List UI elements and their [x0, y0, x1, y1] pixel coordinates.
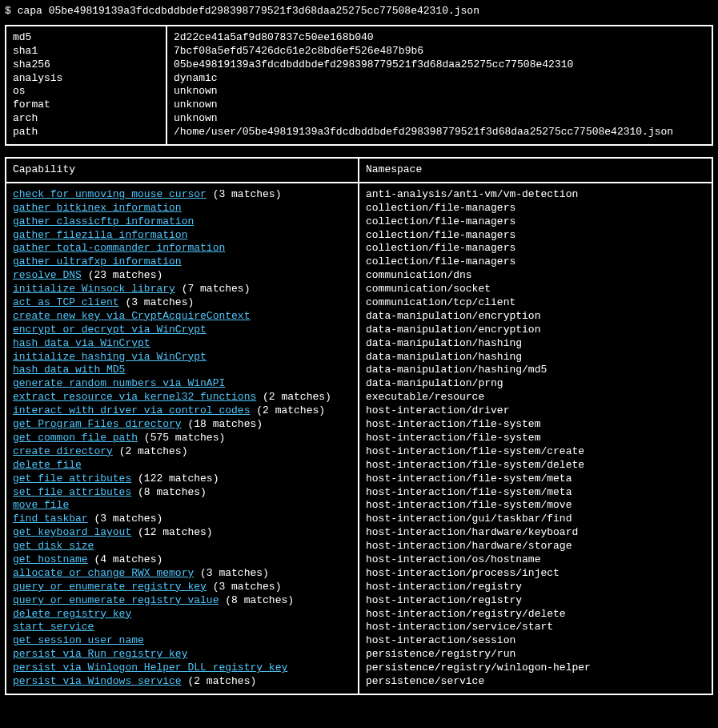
capability-name[interactable]: get common file path	[13, 432, 138, 444]
capability-name[interactable]: gather classicftp information	[13, 215, 194, 227]
capability-row: get disk sizehost-interaction/hardware/s…	[6, 540, 712, 553]
capability-cell: get hostname (4 matches)	[6, 553, 359, 567]
metadata-row: analysisdynamic	[6, 72, 712, 86]
capability-cell: find taskbar (3 matches)	[6, 513, 359, 526]
capability-namespace: host-interaction/registry	[359, 594, 712, 608]
capability-name[interactable]: extract resource via kernel32 functions	[13, 391, 256, 403]
capability-row: delete registry keyhost-interaction/regi…	[6, 608, 712, 621]
capability-row: act as TCP client (3 matches)communicati…	[6, 296, 712, 310]
metadata-row: archunknown	[6, 112, 712, 126]
capability-name[interactable]: gather filezilla information	[13, 229, 187, 241]
metadata-row: formatunknown	[6, 99, 712, 112]
capability-row: encrypt or decrypt via WinCryptdata-mani…	[6, 324, 712, 337]
capability-cell: allocate or change RWX memory (3 matches…	[6, 567, 359, 581]
capability-namespace: persistence/registry/winlogon-helper	[359, 662, 712, 675]
capability-namespace: host-interaction/session	[359, 634, 712, 648]
metadata-value: 05be49819139a3fdcdbddbdefd298398779521f3…	[166, 58, 712, 72]
capability-namespace: executable/resource	[359, 391, 712, 404]
capability-cell: set file attributes (8 matches)	[6, 486, 359, 500]
capability-name[interactable]: interact with driver via control codes	[13, 404, 250, 416]
capability-name[interactable]: persist via Windows service	[13, 675, 182, 687]
capability-name[interactable]: persist via Run registry key	[13, 648, 187, 660]
capability-cell: resolve DNS (23 matches)	[6, 269, 359, 283]
capability-row: gather filezilla informationcollection/f…	[6, 229, 712, 243]
capability-cell: initialize hashing via WinCrypt	[6, 351, 359, 364]
capability-name[interactable]: check for unmoving mouse cursor	[13, 188, 207, 200]
capability-name[interactable]: encrypt or decrypt via WinCrypt	[13, 324, 207, 336]
metadata-value: unknown	[166, 99, 712, 112]
header-capability: Capability	[6, 159, 359, 183]
capability-namespace: host-interaction/file-system/delete	[359, 459, 712, 473]
capabilities-header-row: Capability Namespace	[6, 159, 712, 183]
capability-name[interactable]: query or enumerate registry key	[13, 581, 207, 593]
capability-cell: gather classicftp information	[6, 215, 359, 229]
capability-name[interactable]: get session user name	[13, 634, 144, 646]
capability-namespace: host-interaction/file-system/meta	[359, 486, 712, 500]
capability-name[interactable]: delete file	[13, 459, 82, 471]
capability-namespace: collection/file-managers	[359, 229, 712, 243]
capability-namespace: data-manipulation/encryption	[359, 310, 712, 324]
capability-namespace: host-interaction/registry	[359, 581, 712, 594]
capability-cell: query or enumerate registry value (8 mat…	[6, 594, 359, 608]
capability-row: get Program Files directory (18 matches)…	[6, 418, 712, 432]
capability-name[interactable]: hash data via WinCrypt	[13, 337, 150, 349]
metadata-value: /home/user/05be49819139a3fdcdbddbdefd298…	[166, 126, 712, 144]
capability-cell: get file attributes (122 matches)	[6, 473, 359, 486]
capability-name[interactable]: initialize Winsock library	[13, 283, 175, 295]
metadata-key: analysis	[6, 72, 166, 86]
capability-namespace: data-manipulation/encryption	[359, 324, 712, 337]
capability-row: gather ultrafxp informationcollection/fi…	[6, 255, 712, 269]
capability-namespace: communication/tcp/client	[359, 296, 712, 310]
capability-row: persist via Run registry keypersistence/…	[6, 648, 712, 662]
capability-cell: get Program Files directory (18 matches)	[6, 418, 359, 432]
capability-name[interactable]: create directory	[13, 445, 113, 457]
metadata-key: sha256	[6, 58, 166, 72]
capability-name[interactable]: generate random numbers via WinAPI	[13, 377, 225, 389]
capability-namespace: anti-analysis/anti-vm/vm-detection	[359, 183, 712, 202]
command-tool: capa	[18, 5, 42, 17]
capability-name[interactable]: query or enumerate registry value	[13, 594, 219, 606]
capability-name[interactable]: hash data with MD5	[13, 364, 125, 376]
capability-row: interact with driver via control codes (…	[6, 404, 712, 418]
capability-row: find taskbar (3 matches)host-interaction…	[6, 513, 712, 526]
capability-name[interactable]: gather total-commander information	[13, 242, 225, 254]
capability-name[interactable]: move file	[13, 499, 69, 511]
capability-matches: (3 matches)	[94, 513, 162, 525]
capability-cell: get keyboard layout (12 matches)	[6, 526, 359, 540]
capability-matches: (3 matches)	[213, 581, 282, 593]
capability-cell: hash data via WinCrypt	[6, 337, 359, 351]
capability-name[interactable]: set file attributes	[13, 486, 131, 498]
capability-name[interactable]: find taskbar	[13, 513, 88, 525]
capability-name[interactable]: get Program Files directory	[13, 418, 182, 430]
capability-name[interactable]: act as TCP client	[13, 296, 119, 308]
capability-name[interactable]: allocate or change RWX memory	[13, 567, 194, 579]
capability-namespace: host-interaction/driver	[359, 404, 712, 418]
capability-name[interactable]: gather ultrafxp information	[13, 255, 182, 267]
metadata-row: sha17bcf08a5efd57426dc61e2c8bd6ef526e487…	[6, 45, 712, 58]
capability-row: resolve DNS (23 matches)communication/dn…	[6, 269, 712, 283]
metadata-key: format	[6, 99, 166, 112]
capability-name[interactable]: resolve DNS	[13, 269, 82, 281]
capability-name[interactable]: gather bitkinex information	[13, 202, 182, 214]
capability-name[interactable]: get file attributes	[13, 473, 131, 485]
capability-name[interactable]: initialize hashing via WinCrypt	[13, 351, 207, 363]
metadata-box: md52d22ce41a5af9d807837c50ee168b040sha17…	[5, 25, 713, 146]
header-namespace: Namespace	[359, 159, 712, 183]
capability-namespace: host-interaction/registry/delete	[359, 608, 712, 621]
capability-matches: (23 matches)	[88, 269, 163, 281]
capability-name[interactable]: start service	[13, 621, 94, 633]
capability-namespace: host-interaction/gui/taskbar/find	[359, 513, 712, 526]
capability-name[interactable]: create new key via CryptAcquireContext	[13, 310, 250, 322]
capability-row: query or enumerate registry key (3 match…	[6, 581, 712, 594]
capability-cell: gather filezilla information	[6, 229, 359, 243]
capability-name[interactable]: persist via Winlogon Helper DLL registry…	[13, 662, 287, 674]
capability-name[interactable]: get hostname	[13, 553, 88, 565]
capability-name[interactable]: get keyboard layout	[13, 526, 131, 538]
capability-name[interactable]: delete registry key	[13, 608, 131, 620]
capability-name[interactable]: get disk size	[13, 540, 94, 552]
capabilities-table: Capability Namespace check for unmoving …	[6, 159, 712, 694]
metadata-value: 7bcf08a5efd57426dc61e2c8bd6ef526e487b9b6	[166, 45, 712, 58]
capability-cell: persist via Windows service (2 matches)	[6, 675, 359, 694]
capability-row: get session user namehost-interaction/se…	[6, 634, 712, 648]
capability-row: allocate or change RWX memory (3 matches…	[6, 567, 712, 581]
